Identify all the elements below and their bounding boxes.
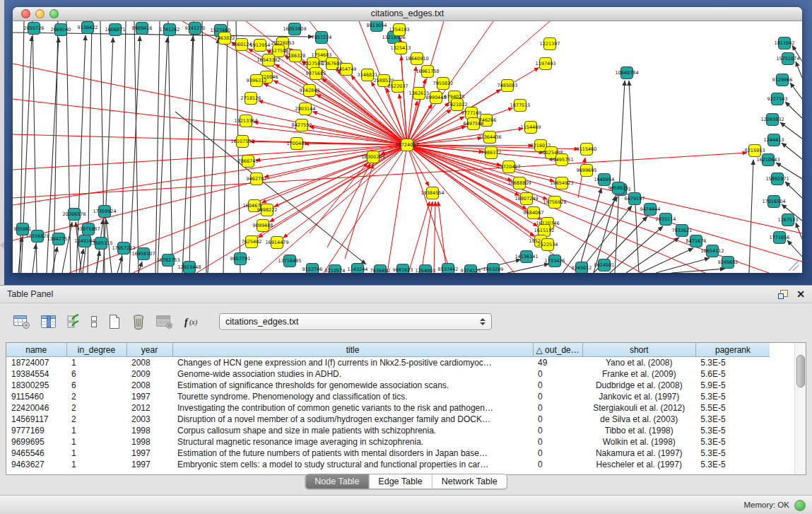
close-panel-icon[interactable]: ✕ <box>796 289 805 299</box>
network-node[interactable]: 8427552 <box>292 119 312 132</box>
network-node[interactable]: 15892971 <box>765 173 789 185</box>
table-row[interactable]: 946362711997Embryonic stem cells: a mode… <box>6 459 770 470</box>
network-node[interactable]: 2069140 <box>51 24 71 36</box>
network-node[interactable]: 17016504 <box>762 196 785 208</box>
tab-node-table[interactable]: Node Table <box>305 474 368 489</box>
network-node[interactable]: 19654923 <box>550 177 573 189</box>
network-node[interactable]: 8909416 <box>132 23 153 35</box>
network-node[interactable]: 9474444 <box>640 204 661 216</box>
table-row[interactable]: 977716911998Corpus callosum shape and si… <box>6 425 770 436</box>
network-node[interactable]: 1244413 <box>764 134 784 146</box>
show-columns-icon[interactable] <box>39 311 59 332</box>
network-node[interactable]: 2718126 <box>241 93 261 105</box>
network-node[interactable]: 16782753 <box>156 255 180 267</box>
network-node[interactable]: 10654112 <box>700 245 724 257</box>
column-header-name[interactable]: name <box>6 343 66 357</box>
network-node[interactable]: 1741262 <box>160 24 180 36</box>
table-row[interactable]: 1872400712008Changes of HCN gene express… <box>6 357 770 369</box>
column-header-title[interactable]: title <box>172 343 533 357</box>
column-header-year[interactable]: year <box>126 343 172 357</box>
network-node[interactable]: 1221397 <box>540 38 560 50</box>
network-node[interactable]: 1771056 <box>770 232 790 244</box>
tab-edge-table[interactable]: Edge Table <box>368 474 431 489</box>
network-node[interactable]: 9136422 <box>78 22 98 34</box>
network-node[interactable]: 14136141 <box>514 251 538 263</box>
network-node[interactable]: 9129966 <box>772 74 793 86</box>
network-node[interactable]: 9699695 <box>577 165 597 177</box>
table-row[interactable]: 2242004622012Investigating the contribut… <box>6 402 770 414</box>
table-row[interactable]: 946554611997Estimation of the future num… <box>6 448 770 459</box>
import-table-disabled-icon[interactable] <box>154 311 175 332</box>
table-scrollbar-thumb[interactable] <box>796 355 805 387</box>
table-source-dropdown[interactable]: citations_edges.txt <box>219 313 492 330</box>
network-node[interactable]: 9115460 <box>577 144 597 156</box>
network-node[interactable]: 19384554 <box>420 187 444 199</box>
network-node[interactable]: 9857791 <box>230 253 251 265</box>
table-row[interactable]: 1830029562008Estimation of significance … <box>6 380 770 391</box>
network-node[interactable]: 7986372 <box>481 147 502 159</box>
float-panel-icon[interactable] <box>778 290 788 299</box>
select-all-icon[interactable] <box>65 311 82 332</box>
network-node[interactable]: 9374125 <box>461 265 481 274</box>
table-row[interactable]: 1938455462009Genome-wide association stu… <box>6 368 770 380</box>
network-node[interactable]: 1264903 <box>416 265 436 274</box>
network-canvas[interactable]: 2055726206914091364221606871890941617412… <box>13 21 802 273</box>
network-node[interactable]: 1700481 <box>287 138 307 150</box>
network-node[interactable]: 16107552 <box>230 136 254 148</box>
network-node[interactable]: 20206576 <box>62 209 86 221</box>
network-node[interactable]: 9227343 <box>767 93 788 105</box>
network-node[interactable]: 8215953 <box>745 145 765 157</box>
network-node[interactable]: 9081623 <box>393 264 413 274</box>
network-node[interactable]: 9152746 <box>302 264 323 274</box>
network-node[interactable]: 1733426 <box>545 255 565 267</box>
network-node[interactable]: 13716485 <box>278 255 301 267</box>
table-row[interactable]: 1456911722003Disruption of a novel membe… <box>6 414 770 425</box>
network-node[interactable]: 16053809 <box>283 23 306 35</box>
network-node[interactable]: 7866745 <box>238 156 259 168</box>
network-node[interactable]: 9245652 <box>718 257 739 269</box>
network-node[interactable]: 7832621 <box>672 225 693 237</box>
network-node[interactable]: 1167533 <box>778 214 799 226</box>
network-node[interactable]: 1811042 <box>775 37 795 49</box>
network-node[interactable]: 8813054 <box>367 21 387 32</box>
table-row[interactable]: 969969511998Structural magnetic resonanc… <box>6 436 770 448</box>
network-node[interactable]: 18640910 <box>405 53 428 65</box>
network-node[interactable]: 7857224 <box>312 32 332 44</box>
table-scrollbar[interactable] <box>794 343 806 474</box>
network-node[interactable]: 21364436 <box>478 132 501 144</box>
network-node[interactable]: 19756928 <box>543 197 566 209</box>
splitter-collapse-icon[interactable] <box>0 242 4 249</box>
network-node[interactable]: 7636482 <box>370 265 391 274</box>
network-node[interactable]: 10648784 <box>615 67 638 79</box>
network-node[interactable]: 5912954 <box>250 40 271 52</box>
network-node[interactable]: 8471676 <box>686 235 707 247</box>
column-header-pagerank[interactable]: pagerank <box>695 343 770 357</box>
network-node[interactable]: 1640954 <box>594 174 615 186</box>
network-node[interactable]: 13942757 <box>47 233 70 245</box>
network-node[interactable]: 12923448 <box>177 262 201 274</box>
table-row[interactable]: 911546021997Tourette syndrome. Phenomeno… <box>6 391 770 402</box>
delete-table-icon[interactable] <box>129 311 148 332</box>
network-node[interactable]: 12093832 <box>760 114 784 126</box>
network-node[interactable]: 16961758 <box>416 66 439 78</box>
column-header-short[interactable]: short <box>582 343 695 357</box>
network-node[interactable]: 1877515 <box>510 100 531 112</box>
network-node[interactable]: 15720407 <box>497 161 520 173</box>
row-pair-icon[interactable] <box>88 311 100 332</box>
network-node[interactable]: 7955822 <box>433 78 454 90</box>
column-header-out_de[interactable]: △ out_de… <box>533 343 582 357</box>
tab-network-table[interactable]: Network Table <box>432 474 507 489</box>
table-mode-icon[interactable] <box>11 311 33 332</box>
network-node[interactable]: 17359924 <box>93 206 116 218</box>
new-table-icon[interactable] <box>106 311 123 332</box>
network-node[interactable]: 8537442 <box>438 264 459 274</box>
function-builder-icon[interactable]: f(x) <box>182 311 203 332</box>
network-node[interactable]: 16914479 <box>265 237 288 249</box>
network-node[interactable]: 93975887 <box>76 223 100 235</box>
network-node[interactable]: 1143244 <box>348 264 368 274</box>
network-node[interactable]: 1154469 <box>521 122 541 134</box>
network-window-titlebar[interactable]: citations_edges.txt <box>13 7 802 21</box>
network-node[interactable]: 9245012 <box>572 262 592 274</box>
network-node[interactable]: 1453209 <box>483 264 504 274</box>
column-header-in_degree[interactable]: in_degree <box>66 343 126 357</box>
